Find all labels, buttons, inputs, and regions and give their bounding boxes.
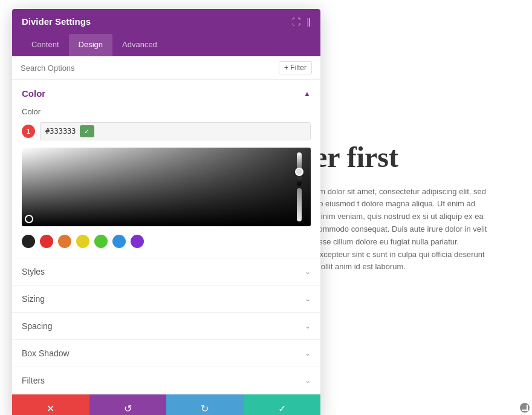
section-spacing: Spacing ⌄ — [12, 313, 320, 340]
expand-icon[interactable]: ⛶ — [292, 17, 300, 27]
color-section: Color ▲ Color 1 #333333 ✓ — [12, 80, 320, 258]
section-title-styles: Styles — [22, 267, 45, 276]
hex-value: #333333 — [45, 127, 76, 136]
settings-panel: Divider Settings ⛶ ‖ Content Design Adva… — [12, 9, 320, 415]
search-input[interactable] — [21, 64, 279, 73]
resize-handle[interactable] — [520, 403, 530, 413]
chevron-up-icon: ▲ — [303, 90, 311, 98]
color-hex-input[interactable]: #333333 ✓ — [40, 122, 311, 140]
chevron-down-icon-spacing: ⌄ — [305, 322, 311, 330]
color-label: Color — [22, 107, 311, 116]
page-text: um dolor sit amet, consectetur adipiscin… — [314, 186, 496, 274]
chevron-down-icon-sizing: ⌄ — [305, 295, 311, 303]
swatch-row — [22, 235, 311, 248]
tab-content[interactable]: Content — [22, 34, 69, 56]
color-picker-area[interactable] — [22, 148, 311, 226]
columns-icon[interactable]: ‖ — [307, 17, 311, 27]
hue-thumb — [295, 168, 303, 176]
section-title-sizing: Sizing — [22, 294, 45, 304]
swatch-purple[interactable] — [131, 235, 144, 248]
section-box-shadow: Box Shadow ⌄ — [12, 340, 320, 367]
swatch-blue[interactable] — [112, 235, 126, 248]
page-content: er first um dolor sit amet, consectetur … — [302, 129, 508, 286]
tab-advanced[interactable]: Advanced — [112, 34, 167, 56]
tab-design[interactable]: Design — [69, 34, 112, 56]
section-styles: Styles ⌄ — [12, 258, 320, 286]
chevron-down-icon-styles: ⌄ — [305, 267, 311, 276]
section-header-spacing[interactable]: Spacing ⌄ — [12, 313, 320, 339]
hue-slider-container — [295, 152, 303, 221]
section-title-box-shadow: Box Shadow — [22, 348, 70, 358]
panel-header-icons: ⛶ ‖ — [292, 17, 311, 27]
swatch-yellow[interactable] — [76, 235, 89, 248]
color-section-header[interactable]: Color ▲ — [12, 80, 320, 107]
undo-button[interactable]: ↺ — [89, 394, 167, 415]
filter-label: + Filter — [284, 64, 307, 72]
save-button[interactable]: ✓ — [244, 394, 321, 415]
section-sizing: Sizing ⌄ — [12, 286, 320, 313]
picker-cursor — [25, 215, 33, 223]
search-bar: + Filter — [12, 56, 320, 80]
panel-body: Color ▲ Color 1 #333333 ✓ — [12, 80, 320, 394]
section-header-box-shadow[interactable]: Box Shadow ⌄ — [12, 340, 320, 367]
color-badge: 1 — [22, 125, 35, 138]
check-button[interactable]: ✓ — [80, 125, 94, 137]
section-header-filters[interactable]: Filters ⌄ — [12, 367, 320, 394]
panel-tabs: Content Design Advanced — [12, 34, 320, 56]
color-section-body: Color 1 #333333 ✓ — [12, 107, 320, 258]
filter-button[interactable]: + Filter — [279, 61, 312, 74]
section-title-spacing: Spacing — [22, 321, 53, 331]
color-section-title: Color — [22, 88, 45, 99]
swatch-green[interactable] — [94, 235, 108, 248]
panel-title: Divider Settings — [22, 16, 91, 27]
panel-header: Divider Settings ⛶ ‖ — [12, 9, 320, 34]
color-input-row: 1 #333333 ✓ — [22, 122, 311, 140]
section-title-filters: Filters — [22, 376, 45, 385]
chevron-down-icon-box-shadow: ⌄ — [305, 349, 311, 358]
swatch-black[interactable] — [22, 235, 35, 248]
chevron-down-icon-filters: ⌄ — [305, 376, 311, 385]
swatch-orange[interactable] — [58, 235, 71, 248]
section-header-styles[interactable]: Styles ⌄ — [12, 258, 320, 285]
section-header-sizing[interactable]: Sizing ⌄ — [12, 286, 320, 312]
opacity-track[interactable] — [297, 188, 302, 221]
swatch-red[interactable] — [40, 235, 53, 248]
redo-button[interactable]: ↻ — [166, 394, 244, 415]
hue-track[interactable] — [297, 152, 302, 186]
bottom-toolbar: ✕ ↺ ↻ ✓ — [12, 394, 320, 415]
section-filters: Filters ⌄ — [12, 367, 320, 394]
cancel-button[interactable]: ✕ — [12, 394, 89, 415]
page-heading: er first — [314, 142, 496, 174]
